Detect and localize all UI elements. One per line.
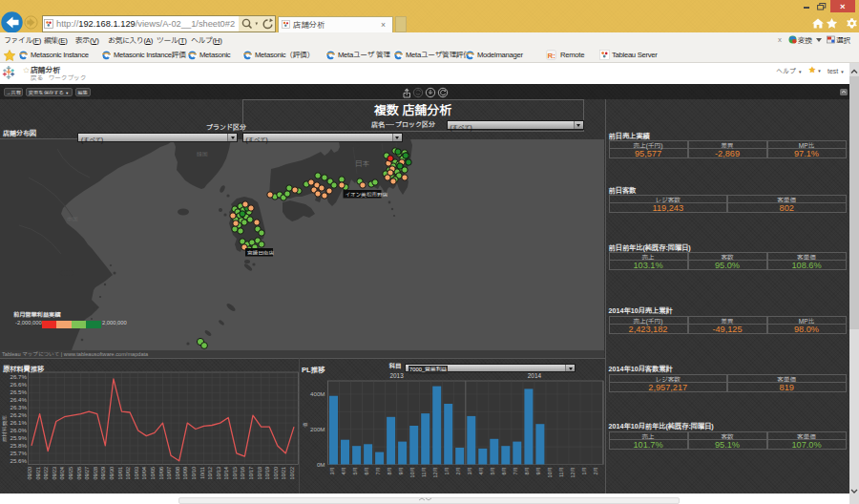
svg-text:10/07: 10/07 — [166, 467, 172, 480]
svg-text:09/30: 09/30 — [109, 467, 115, 480]
svg-text:1月: 1月 — [581, 467, 587, 474]
svg-text:26.5%: 26.5% — [10, 388, 27, 395]
svg-text:10/13: 10/13 — [216, 467, 221, 480]
svg-text:2014: 2014 — [528, 372, 542, 379]
svg-text:5月: 5月 — [490, 467, 495, 474]
svg-text:25.8%: 25.8% — [10, 442, 27, 449]
svg-text:09/21: 09/21 — [35, 467, 41, 480]
svg-text:値: 値 — [303, 422, 308, 428]
svg-text:400M: 400M — [310, 390, 325, 397]
svg-text:6月: 6月 — [364, 467, 369, 474]
svg-text:2013: 2013 — [389, 372, 404, 379]
svg-text:8月: 8月 — [524, 467, 530, 474]
svg-text:8月: 8月 — [387, 467, 392, 474]
svg-text:25.9%: 25.9% — [10, 434, 27, 441]
svg-text:10/02: 10/02 — [125, 467, 131, 480]
svg-text:3月: 3月 — [467, 467, 472, 474]
svg-text:10/10: 10/10 — [191, 467, 197, 480]
svg-text:10/18: 10/18 — [257, 467, 262, 480]
svg-text:10/08: 10/08 — [175, 467, 180, 480]
svg-text:7月: 7月 — [513, 467, 518, 474]
svg-text:10/21: 10/21 — [281, 467, 286, 480]
svg-text:09/26: 09/26 — [76, 467, 82, 480]
svg-text:09/27: 09/27 — [84, 467, 90, 480]
svg-text:26.4%: 26.4% — [10, 396, 27, 403]
svg-text:09/23: 09/23 — [52, 467, 57, 480]
svg-text:3月: 3月 — [329, 467, 335, 474]
svg-text:12月: 12月 — [432, 467, 438, 477]
svg-text:09/22: 09/22 — [43, 467, 49, 480]
svg-text:日本: 日本 — [355, 159, 369, 168]
svg-text:原材料費率: 原材料費率 — [1, 415, 8, 442]
svg-text:26.3%: 26.3% — [10, 404, 27, 410]
svg-text:10/20: 10/20 — [273, 467, 279, 480]
svg-text:26.2%: 26.2% — [10, 411, 27, 418]
svg-text:10/19: 10/19 — [264, 467, 270, 480]
svg-text:5月: 5月 — [352, 467, 358, 474]
svg-text:1月: 1月 — [444, 467, 450, 474]
svg-text:10/12: 10/12 — [207, 467, 213, 480]
svg-text:10/14: 10/14 — [223, 467, 229, 480]
svg-text:10/11: 10/11 — [199, 467, 205, 479]
svg-text:0M: 0M — [317, 461, 325, 468]
svg-text:11月: 11月 — [421, 467, 427, 477]
svg-text:10/09: 10/09 — [182, 467, 188, 480]
svg-text:宮崎日南店: 宮崎日南店 — [247, 250, 274, 256]
svg-text:イオン美松市野店: イオン美松市野店 — [346, 191, 388, 198]
svg-text:26.1%: 26.1% — [10, 419, 27, 426]
svg-text:26.0%: 26.0% — [10, 427, 27, 433]
svg-text:09/24: 09/24 — [59, 467, 65, 480]
svg-text:26.7%: 26.7% — [10, 373, 27, 380]
svg-text:10/05: 10/05 — [150, 467, 156, 480]
svg-text:10月: 10月 — [409, 467, 415, 477]
svg-text:7月: 7月 — [375, 467, 381, 474]
svg-text:韓国: 韓国 — [197, 152, 208, 158]
svg-text:2月: 2月 — [593, 467, 598, 474]
svg-text:9月: 9月 — [535, 467, 541, 474]
svg-text:200M: 200M — [310, 426, 325, 432]
svg-text:中国: 中国 — [67, 216, 78, 222]
svg-text:09/29: 09/29 — [100, 467, 106, 480]
svg-text:10/03: 10/03 — [134, 467, 139, 480]
svg-text:09/25: 09/25 — [68, 467, 73, 480]
svg-text:10/06: 10/06 — [158, 467, 164, 480]
svg-text:26.6%: 26.6% — [10, 381, 27, 388]
svg-text:9月: 9月 — [398, 467, 404, 474]
svg-text:25.6%: 25.6% — [10, 457, 27, 464]
svg-text:Tableau マップについて | www.tableaus: Tableau マップについて | www.tableausoftware.co… — [2, 351, 149, 357]
svg-text:09/28: 09/28 — [93, 467, 98, 480]
svg-text:2月: 2月 — [455, 467, 461, 474]
svg-text:10/04: 10/04 — [141, 467, 147, 480]
svg-text:09/20: 09/20 — [27, 467, 32, 480]
svg-text:11月: 11月 — [558, 467, 564, 477]
svg-text:4月: 4月 — [341, 467, 346, 474]
svg-text:12月: 12月 — [570, 467, 576, 477]
svg-text:10/15: 10/15 — [232, 467, 238, 480]
svg-text:6月: 6月 — [501, 467, 507, 474]
svg-text:10/17: 10/17 — [248, 467, 254, 480]
svg-text:10月: 10月 — [547, 467, 553, 477]
svg-text:10/22: 10/22 — [289, 467, 295, 480]
svg-text:10/16: 10/16 — [240, 467, 245, 480]
svg-text:R:: R: — [548, 52, 555, 60]
svg-text:25.7%: 25.7% — [10, 450, 27, 456]
svg-text:4月: 4月 — [478, 467, 484, 474]
svg-text:10/01: 10/01 — [117, 467, 123, 480]
